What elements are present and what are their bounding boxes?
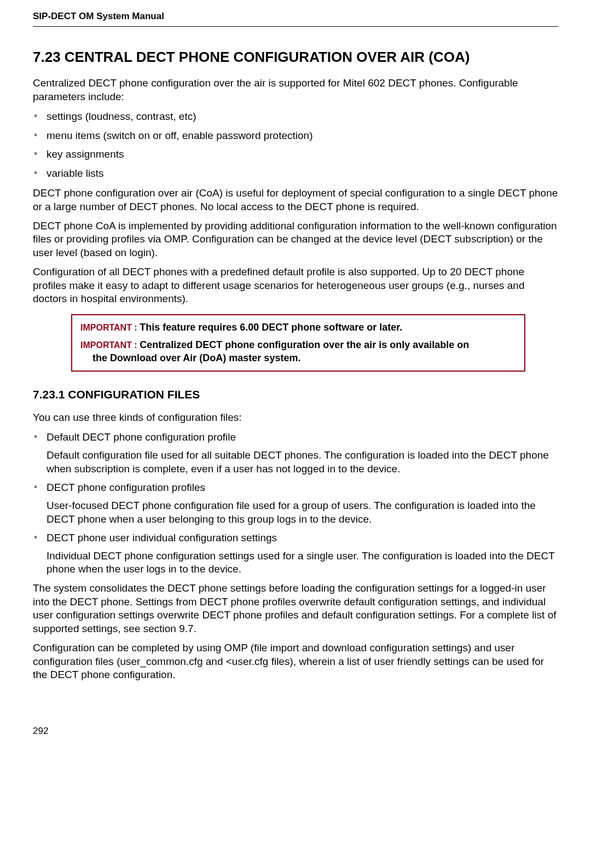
bullet-item: Default DECT phone configuration profile…	[33, 430, 558, 476]
subsection-intro: You can use three kinds of configuration…	[33, 411, 558, 425]
important-box: IMPORTANT : This feature requires 6.00 D…	[71, 314, 525, 372]
page-number: 292	[33, 726, 558, 737]
bullet-item: variable lists	[33, 166, 558, 182]
item-desc: Default configuration file used for all …	[47, 449, 558, 476]
section-intro: Centralized DECT phone configuration ove…	[33, 77, 558, 103]
important-text-continuation: the Download over Air (DoA) master syste…	[92, 351, 516, 364]
important-label: IMPORTANT :	[80, 323, 140, 332]
bullet-item: menu items (switch on or off, enable pas…	[33, 128, 558, 144]
body-paragraph: DECT phone configuration over air (CoA) …	[33, 187, 558, 213]
item-desc: Individual DECT phone configuration sett…	[47, 549, 558, 576]
bullet-item: DECT phone user individual configuration…	[33, 530, 558, 576]
item-title: DECT phone configuration profiles	[47, 482, 205, 493]
config-file-bullets: Default DECT phone configuration profile…	[33, 430, 558, 576]
bullet-item: settings (loudness, contrast, etc)	[33, 109, 558, 125]
body-paragraph: Configuration can be completed by using …	[33, 641, 558, 682]
item-title: Default DECT phone configuration profile	[47, 431, 236, 443]
important-row: IMPORTANT : This feature requires 6.00 D…	[80, 321, 516, 334]
header-rule	[33, 26, 558, 27]
section-heading: 7.23 CENTRAL DECT PHONE CONFIGURATION OV…	[33, 49, 558, 66]
item-title: DECT phone user individual configuration…	[47, 532, 277, 543]
body-paragraph: Configuration of all DECT phones with a …	[33, 265, 558, 306]
body-paragraph: DECT phone CoA is implemented by providi…	[33, 219, 558, 260]
item-desc: User-focused DECT phone configuration fi…	[47, 499, 558, 526]
important-text: Centralized DECT phone configuration ove…	[140, 339, 469, 350]
manual-title: SIP-DECT OM System Manual	[33, 11, 558, 22]
subsection-heading: 7.23.1 CONFIGURATION FILES	[33, 388, 558, 401]
bullet-item: key assignments	[33, 147, 558, 163]
important-label: IMPORTANT :	[80, 340, 140, 350]
bullet-item: DECT phone configuration profiles User-f…	[33, 480, 558, 526]
param-bullets: settings (loudness, contrast, etc) menu …	[33, 109, 558, 181]
body-paragraph: The system consolidates the DECT phone s…	[33, 582, 558, 636]
important-row: IMPORTANT : Centralized DECT phone confi…	[80, 338, 516, 365]
important-text: This feature requires 6.00 DECT phone so…	[140, 322, 402, 333]
